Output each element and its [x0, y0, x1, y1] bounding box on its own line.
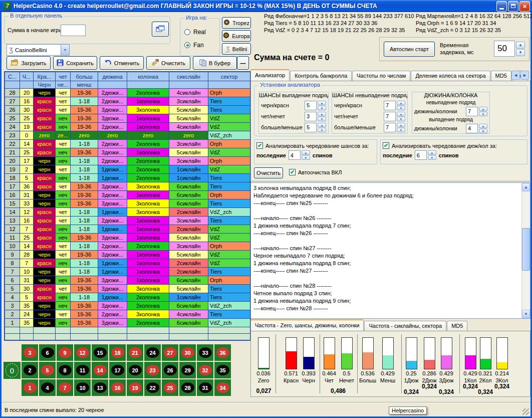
roulette-number-cell[interactable]: 5: [39, 362, 56, 378]
radio-option-real[interactable]: Real: [184, 26, 206, 39]
clear-log-button[interactable]: Очистить: [254, 167, 283, 178]
maximize-button[interactable]: [508, 1, 518, 12]
roulette-number-cell[interactable]: 30: [179, 344, 196, 361]
roulette-number-cell[interactable]: 20: [127, 362, 143, 378]
roulette-number-cell[interactable]: 29: [179, 362, 196, 378]
spinner-value[interactable]: 5: [305, 123, 317, 132]
roulette-number-cell[interactable]: 6: [39, 344, 56, 361]
roulette-number-cell[interactable]: 0: [4, 362, 21, 379]
spinner-value[interactable]: 5: [305, 101, 317, 110]
roulette-number-cell[interactable]: 22: [144, 379, 161, 396]
spinner-up-icon[interactable]: ▲: [318, 123, 326, 127]
alternation-dozen-checkbox[interactable]: ✔: [383, 142, 389, 149]
spinner-value[interactable]: 7: [466, 107, 478, 116]
spinner-down-icon[interactable]: ▼: [397, 106, 405, 110]
roulette-number-cell[interactable]: 12: [74, 344, 91, 361]
roulette-number-cell[interactable]: 3: [22, 344, 38, 361]
spinner-down-icon[interactable]: ▼: [318, 106, 326, 110]
roulette-number-cell[interactable]: 2: [22, 362, 38, 378]
roulette-number-cell[interactable]: 15: [92, 344, 108, 361]
spinner-down-icon[interactable]: ▼: [318, 128, 326, 132]
roulette-number-cell[interactable]: 33: [197, 344, 213, 361]
detach-panel-button[interactable]: [152, 22, 169, 37]
spinner-value[interactable]: 6: [415, 150, 427, 160]
roulette-number-cell[interactable]: 28: [179, 379, 196, 396]
tab-scroll-right-icon[interactable]: ►: [520, 71, 529, 80]
roulette-number-cell[interactable]: 10: [74, 379, 91, 396]
roulette-number-cell[interactable]: 1: [22, 379, 38, 396]
toolbar-button-open-folder[interactable]: Загрузить: [7, 56, 51, 70]
autospin-start-button[interactable]: Автоспин старт: [384, 42, 435, 57]
start-sum-input[interactable]: [61, 25, 86, 36]
spinner-down-icon[interactable]: ▼: [479, 112, 487, 116]
roulette-number-cell[interactable]: 14: [92, 362, 108, 378]
tab-md5[interactable]: MD5: [491, 71, 511, 81]
roulette-number-cell[interactable]: 31: [197, 379, 213, 396]
spinner-down-icon[interactable]: ▼: [302, 155, 310, 160]
casino-button-europa[interactable]: Europa: [222, 30, 251, 42]
casino-button-tropez[interactable]: Tropez: [222, 17, 251, 29]
roulette-number-cell[interactable]: 17: [109, 362, 126, 378]
autoclear-checkbox[interactable]: ✔: [289, 169, 296, 175]
roulette-number-cell[interactable]: 16: [109, 379, 126, 396]
spinner-up-icon[interactable]: ▲: [397, 123, 405, 127]
radio-option-fan[interactable]: Fan: [184, 39, 206, 52]
roulette-number-cell[interactable]: 19: [127, 379, 143, 396]
roulette-number-cell[interactable]: 9: [57, 344, 73, 361]
toolbar-button-save-disk[interactable]: Сохранить: [53, 56, 97, 70]
spinner-up-icon[interactable]: ▲: [318, 112, 326, 116]
spinner-value[interactable]: 7: [384, 123, 396, 132]
spinner-up-icon[interactable]: ▲: [479, 107, 487, 111]
radio-icon[interactable]: [184, 29, 190, 35]
roulette-number-cell[interactable]: 24: [144, 344, 161, 361]
tab-анализатор[interactable]: Анализатор: [250, 69, 290, 81]
roulette-number-cell[interactable]: 34: [214, 379, 231, 396]
spinner-up-icon[interactable]: ▲: [428, 150, 436, 155]
log-scrollbar[interactable]: ▲ ▼: [521, 183, 530, 318]
roulette-number-cell[interactable]: 27: [162, 344, 178, 361]
collapse-button[interactable]: —: [237, 56, 249, 70]
spinner-down-icon[interactable]: ▼: [516, 49, 525, 56]
roulette-number-cell[interactable]: 18: [109, 344, 126, 361]
toolbar-button-copy[interactable]: В буфер: [193, 56, 237, 70]
title-bar[interactable]: 7 HelperCasino 4.0 - create helperroulle…: [0, 0, 532, 12]
spinner-down-icon[interactable]: ▼: [397, 117, 405, 121]
roulette-number-cell[interactable]: 11: [74, 362, 91, 378]
roulette-number-cell[interactable]: 8: [57, 362, 73, 378]
toolbar-button-clean-brush[interactable]: Очистить: [146, 56, 190, 70]
close-button[interactable]: ×: [519, 1, 530, 12]
tab-scroll-left-icon[interactable]: ◄: [511, 71, 520, 80]
tab-частота-сиклайны-сектора[interactable]: Частота - сиклайны, сектора: [364, 321, 446, 331]
spinner-down-icon[interactable]: ▼: [479, 129, 487, 133]
spinner-value[interactable]: 4: [289, 150, 301, 160]
scroll-down-icon[interactable]: ▼: [522, 310, 530, 318]
scrollbar-thumb[interactable]: [522, 228, 530, 271]
spinner-value[interactable]: 3: [305, 112, 317, 121]
spinner-value[interactable]: 50: [494, 41, 515, 57]
alternation-chances-checkbox[interactable]: ✔: [256, 142, 263, 149]
roulette-number-cell[interactable]: 7: [57, 379, 73, 396]
roulette-number-cell[interactable]: 26: [162, 362, 178, 378]
roulette-number-cell[interactable]: 13: [92, 379, 108, 396]
roulette-number-cell[interactable]: 25: [162, 379, 178, 396]
casino-button-bellini[interactable]: ƷBellini: [222, 43, 251, 55]
spinner-up-icon[interactable]: ▲: [318, 101, 326, 105]
casino-select[interactable]: Ʒ CasinoBellini ▼: [7, 44, 70, 56]
scroll-up-icon[interactable]: ▲: [522, 183, 530, 191]
resize-grip[interactable]: [522, 408, 529, 415]
spinner-up-icon[interactable]: ▲: [302, 150, 310, 155]
chevron-down-icon[interactable]: ▼: [61, 45, 69, 55]
spinner-down-icon[interactable]: ▼: [397, 128, 405, 132]
roulette-number-cell[interactable]: 21: [127, 344, 143, 361]
spinner-value[interactable]: 4: [466, 124, 478, 133]
spinner-value[interactable]: 7: [384, 112, 396, 121]
tab-md5[interactable]: MD5: [447, 321, 467, 331]
minimize-button[interactable]: [496, 1, 507, 12]
tab-контроль-банкролла[interactable]: Контроль банкролла: [290, 71, 352, 81]
tab-деление-колеса-на-сектора[interactable]: Деление колеса на сектора: [411, 71, 490, 81]
spinner-down-icon[interactable]: ▼: [318, 117, 326, 121]
spinner-down-icon[interactable]: ▼: [428, 155, 436, 160]
tab-частота-zero-шансы-дюжины-колонки[interactable]: Частота - Zero, шансы, дюжины, колонки: [250, 319, 364, 331]
spinner-up-icon[interactable]: ▲: [479, 124, 487, 128]
roulette-number-cell[interactable]: 23: [144, 362, 161, 378]
